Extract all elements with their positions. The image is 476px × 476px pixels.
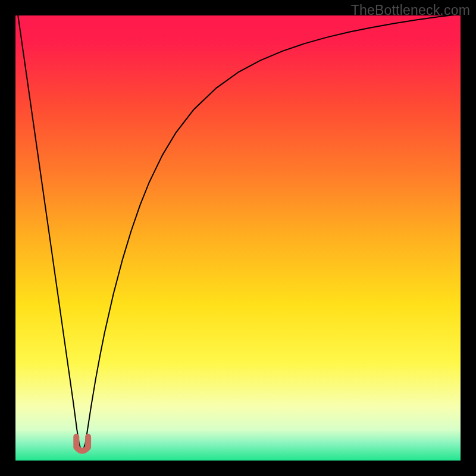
plot-area [15, 15, 461, 461]
chart-frame: TheBottleneck.com [0, 0, 476, 476]
watermark-text: TheBottleneck.com [351, 2, 470, 18]
gradient-background [15, 15, 461, 461]
chart-svg [15, 15, 461, 461]
